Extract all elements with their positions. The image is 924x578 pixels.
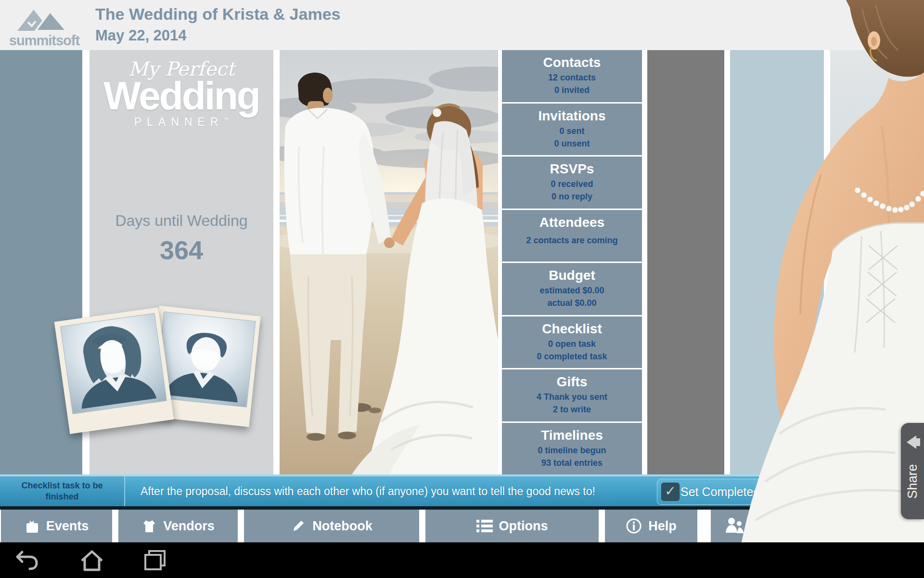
wedding-planner-app: summitsoft The Wedding of Krista & James… [0,0,924,578]
light-blue-column [730,50,824,474]
bride-polaroid-photo[interactable] [54,307,174,434]
brand-wordmark: Wedding [90,77,273,115]
set-completed-checkbox[interactable]: ✓ [661,483,680,501]
options-button[interactable]: Options [425,510,599,542]
set-completed-button[interactable]: ✓ Set Completed [657,479,772,505]
beach-couple-photo [280,50,498,474]
arrow-left-icon [907,435,916,449]
back-icon[interactable] [13,549,43,571]
stat-tile-invitations[interactable]: Invitations 0 sent 0 unsent [502,104,642,156]
info-icon [626,518,642,534]
android-system-bar: 10:40 ! [0,542,924,578]
task-banner-label: Checklist task to be finished [0,476,125,506]
header: summitsoft The Wedding of Krista & James… [0,0,866,50]
people-icon [724,517,745,535]
stat-tile-gifts[interactable]: Gifts 4 Thank you sent 2 to write [502,369,642,421]
countdown-value: 364 [90,235,273,265]
gift-icon [25,518,40,534]
logo-text: summitsoft [6,33,83,49]
summitsoft-logo: summitsoft [4,3,81,47]
share-tab[interactable]: Share [901,423,924,519]
recent-apps-icon[interactable] [141,549,170,571]
share-label: Share [905,476,920,499]
bride-avatar [60,313,167,414]
dark-gray-column [647,50,724,474]
checklist-task-banner: Checklist task to be finished After the … [0,474,924,506]
shirt-icon [141,518,157,534]
vendors-button[interactable]: Vendors [118,510,238,542]
contacts-button[interactable] [711,510,924,542]
stat-tile-budget[interactable]: Budget estimated $0.00 actual $0.00 [502,263,642,315]
set-completed-label: Set Completed [680,485,760,499]
list-icon [476,519,493,533]
countdown-label: Days until Wedding [90,212,273,230]
events-button[interactable]: Events [1,510,112,542]
app-brand: My Perfect Wedding PLANNER™ [90,58,273,129]
pencil-icon [291,518,306,534]
notebook-button[interactable]: Notebook [244,510,419,542]
trademark: ™ [223,117,229,122]
stat-tile-contacts[interactable]: Contacts 12 contacts 0 invited [502,50,642,102]
stat-tile-rsvps[interactable]: RSVPs 0 received 0 no reply [502,157,642,209]
stat-tile-attendees[interactable]: Attendees 2 contacts are coming [502,210,642,262]
wedding-date: May 22, 2014 [95,27,187,44]
banner-divider [0,506,924,510]
task-banner-message: After the proposal, discuss with each ot… [141,476,595,506]
bottom-toolbar: Events Vendors Notebook Options [0,510,924,542]
home-icon[interactable] [77,549,107,571]
stat-tile-checklist[interactable]: Checklist 0 open task 0 completed task [502,316,642,368]
page-title: The Wedding of Krista & James [95,5,340,24]
stat-tile-timelines[interactable]: Timelines 0 timeline begun 93 total entr… [502,423,642,475]
stats-sidebar: Contacts 12 contacts 0 invited Invitatio… [502,50,642,474]
help-button[interactable]: Help [605,510,697,542]
